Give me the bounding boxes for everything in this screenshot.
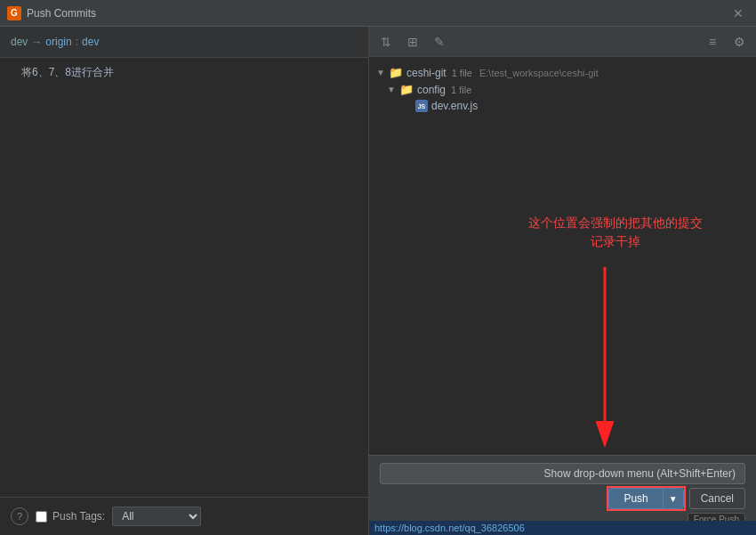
title-bar-left: G Push Commits xyxy=(7,6,96,20)
file-icon-js: JS xyxy=(415,100,428,112)
app-icon: G xyxy=(7,6,21,20)
remote-link[interactable]: origin xyxy=(45,36,71,48)
tree-file-devenv[interactable]: JS dev.env.js xyxy=(373,98,752,114)
push-button-group[interactable]: Push ▼ xyxy=(608,488,683,509)
filter-icon[interactable]: ⚙ xyxy=(729,32,749,52)
layout-icon[interactable]: ⊞ xyxy=(403,32,422,52)
tags-dropdown[interactable]: All None Matching xyxy=(112,507,201,526)
root-name: ceshi-git xyxy=(406,67,446,79)
tree-root[interactable]: ▼ 📁 ceshi-git 1 file E:\test_workspace\c… xyxy=(373,64,752,81)
window-title: Push Commits xyxy=(27,7,96,20)
close-button[interactable]: ✕ xyxy=(728,4,749,22)
action-buttons: Push ▼ Cancel xyxy=(380,488,745,509)
commit-item: 将6、7、8进行合并 xyxy=(0,61,368,84)
left-panel: dev → origin : dev 将6、7、8进行合并 ? Push Tag… xyxy=(0,27,369,535)
config-name: config xyxy=(417,84,446,96)
push-tags-checkbox[interactable] xyxy=(36,511,47,523)
folder-icon-root: 📁 xyxy=(389,66,403,79)
file-name-devenv: dev.env.js xyxy=(431,100,478,112)
commit-list: 将6、7、8进行合并 xyxy=(0,58,368,497)
branch-arrow: → xyxy=(31,36,42,48)
tree-arrow-root: ▼ xyxy=(376,68,385,77)
push-tags-label[interactable]: Push Tags: xyxy=(36,510,105,523)
branch-header: dev → origin : dev xyxy=(0,27,368,58)
edit-icon[interactable]: ✎ xyxy=(430,32,449,52)
tooltip-text: Show drop-down menu (Alt+Shift+Enter) xyxy=(544,467,736,480)
right-toolbar: ⇅ ⊞ ✎ ≡ ⚙ xyxy=(369,27,756,57)
toolbar-right: ≡ ⚙ xyxy=(703,32,749,52)
local-branch-label: dev xyxy=(11,36,28,48)
tooltip-bar: Show drop-down menu (Alt+Shift+Enter) xyxy=(380,463,745,484)
root-count: 1 file xyxy=(452,68,472,78)
branch-separator: : xyxy=(76,36,78,48)
title-bar: G Push Commits ✕ xyxy=(0,0,756,27)
tree-arrow-config: ▼ xyxy=(387,85,396,94)
push-dropdown-button[interactable]: ▼ xyxy=(663,488,684,509)
toolbar-left: ⇅ ⊞ ✎ xyxy=(376,32,449,52)
cancel-button[interactable]: Cancel xyxy=(689,488,745,509)
root-path: E:\test_workspace\ceshi-git xyxy=(479,68,599,78)
sort-icon[interactable]: ≡ xyxy=(703,32,722,52)
tree-config[interactable]: ▼ 📁 config 1 file xyxy=(373,81,752,98)
left-footer: ? Push Tags: All None Matching xyxy=(0,497,368,535)
remote-branch-name: dev xyxy=(82,36,99,48)
expand-icon[interactable]: ⇅ xyxy=(376,32,396,52)
help-button[interactable]: ? xyxy=(11,507,28,525)
push-button[interactable]: Push xyxy=(608,488,662,509)
config-count: 1 file xyxy=(451,85,471,95)
folder-icon-config: 📁 xyxy=(399,83,414,96)
csdn-url: https://blog.csdn.net/qq_36826506 xyxy=(369,521,756,535)
